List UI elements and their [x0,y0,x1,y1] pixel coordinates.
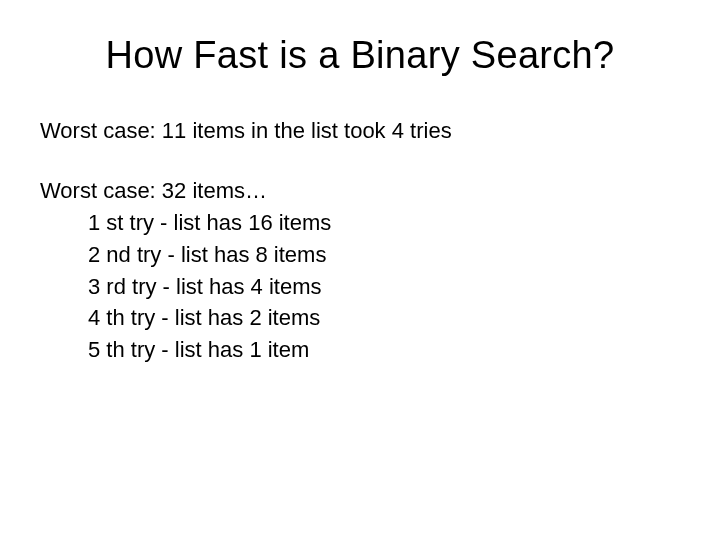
slide-body: Worst case: 11 items in the list took 4 … [40,115,680,366]
slide-title: How Fast is a Binary Search? [40,34,680,77]
worst-case-32-header: Worst case: 32 items… [40,175,680,207]
try-line: 5 th try - list has 1 item [40,334,680,366]
worst-case-11: Worst case: 11 items in the list took 4 … [40,115,680,147]
slide: How Fast is a Binary Search? Worst case:… [0,0,720,540]
try-line: 3 rd try - list has 4 items [40,271,680,303]
try-line: 2 nd try - list has 8 items [40,239,680,271]
try-line: 4 th try - list has 2 items [40,302,680,334]
try-line: 1 st try - list has 16 items [40,207,680,239]
